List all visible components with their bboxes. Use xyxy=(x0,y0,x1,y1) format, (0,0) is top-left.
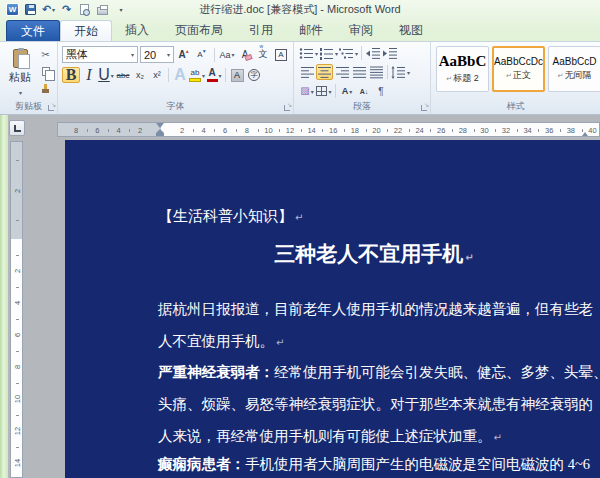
shading-button[interactable]: ▨▾ xyxy=(299,83,315,99)
font-name-combo[interactable]: 黑体▾ xyxy=(62,46,138,63)
tab-selector-button[interactable] xyxy=(9,120,25,136)
copy-button[interactable] xyxy=(37,64,54,79)
character-shading-button[interactable]: A xyxy=(229,67,245,83)
vertical-ruler[interactable]: 22468101214 xyxy=(10,141,23,478)
phonetic-guide-button[interactable]: 文 xyxy=(255,47,271,63)
distribute-button[interactable] xyxy=(368,64,384,80)
sort-button[interactable]: A↓ xyxy=(356,83,372,99)
ruler-tick xyxy=(87,129,88,132)
font-name-value: 黑体 xyxy=(66,47,88,62)
font-size-combo[interactable]: 20▾ xyxy=(140,46,174,63)
align-right-button[interactable] xyxy=(334,64,350,80)
numbering-button[interactable]: ▾ xyxy=(319,45,338,61)
format-painter-button[interactable] xyxy=(37,81,54,96)
subscript-button[interactable]: x₂ xyxy=(132,67,148,83)
underline-button[interactable]: U▾ xyxy=(98,67,114,83)
tab-view[interactable]: 视图 xyxy=(386,20,436,41)
increase-indent-button[interactable] xyxy=(382,45,398,61)
doc-line: 头痛、烦躁、易怒等神经衰弱症状。对于那些本来就患有神经衰弱的 xyxy=(158,395,593,414)
grow-font-button[interactable]: A▲ xyxy=(176,47,192,63)
horizontal-ruler[interactable]: 8642246810121416182022242628303234363840 xyxy=(57,122,600,137)
line-spacing-icon xyxy=(391,66,406,79)
paragraph-group: ▾ ▾ ▾ ▾ ▨▾ ▾ A▾ A↓ xyxy=(294,42,431,114)
shrink-font-button[interactable]: A▼ xyxy=(194,47,210,63)
character-border-button[interactable]: A xyxy=(273,47,289,63)
ruler-number: 4 xyxy=(114,126,124,135)
left-indent-marker[interactable] xyxy=(156,133,164,136)
align-center-button[interactable] xyxy=(316,64,333,80)
paragraph-dialog-launcher[interactable] xyxy=(421,105,427,111)
undo-button[interactable]: ↶▾ xyxy=(41,2,56,16)
tab-references[interactable]: 引用 xyxy=(236,20,286,41)
ruler-number: 34 xyxy=(523,126,533,135)
strikethrough-button[interactable]: abc xyxy=(115,67,131,83)
ruler-number: 2 xyxy=(177,126,187,135)
font-group-label: 字体 xyxy=(58,100,293,113)
ribbon-tab-row: 文件 开始 插入 页面布局 引用 邮件 审阅 视图 xyxy=(0,18,600,41)
highlight-button[interactable]: ab▾ xyxy=(189,67,205,83)
word-logo-button[interactable]: W xyxy=(5,2,20,16)
paste-button[interactable]: 粘贴 ▾ xyxy=(5,46,35,100)
superscript-button[interactable]: x² xyxy=(149,67,165,83)
phonetic-guide-icon: 文 xyxy=(259,48,268,61)
decrease-indent-button[interactable] xyxy=(365,45,381,61)
paragraph-mark-icon: ↵ xyxy=(558,72,564,79)
enclose-characters-button[interactable]: 字 xyxy=(246,67,262,83)
chevron-down-icon: ▾ xyxy=(52,6,55,13)
ruler-number: 26 xyxy=(436,126,446,135)
paragraph-row-3: ▨▾ ▾ A▾ A↓ ¶ xyxy=(299,83,389,99)
bold-button[interactable]: B xyxy=(62,67,80,83)
print-preview-button[interactable] xyxy=(77,2,92,16)
paragraph-mark-icon: ↵ xyxy=(276,337,284,348)
redo-button[interactable]: ↷ xyxy=(59,2,74,16)
doc-line: 【生活科普小知识】↵ xyxy=(158,207,303,226)
bullets-button[interactable]: ▾ xyxy=(299,45,318,61)
change-case-button[interactable]: Aa▾ xyxy=(219,47,235,63)
tab-mailings[interactable]: 邮件 xyxy=(286,20,336,41)
clear-formatting-button[interactable]: A xyxy=(237,47,253,63)
italic-button[interactable]: I xyxy=(81,67,97,83)
tab-home[interactable]: 开始 xyxy=(60,20,112,41)
cut-button[interactable]: ✂ xyxy=(37,47,54,62)
save-button[interactable] xyxy=(23,2,38,16)
document-workspace: 8642246810121416182022242628303234363840… xyxy=(8,115,600,478)
tab-file[interactable]: 文件 xyxy=(6,20,60,41)
show-marks-button[interactable]: ¶ xyxy=(373,83,389,99)
separator xyxy=(387,65,388,79)
font-size-value: 20 xyxy=(144,49,156,61)
font-dialog-launcher[interactable] xyxy=(284,105,290,111)
style-card-normal[interactable]: AaBbCcDc ↵正文 xyxy=(492,46,545,92)
multilevel-list-button[interactable]: ▾ xyxy=(339,45,358,61)
ruler-tick xyxy=(16,319,19,320)
borders-icon xyxy=(316,86,327,96)
chevron-down-icon: ▾ xyxy=(407,69,410,76)
style-card-no-spacing[interactable]: AaBbCcD ↵无间隔 xyxy=(548,46,600,92)
line-spacing-button[interactable]: ▾ xyxy=(391,64,410,80)
customize-qat-button[interactable]: ▾ xyxy=(113,2,128,16)
print-preview-icon xyxy=(80,4,89,15)
tab-insert[interactable]: 插入 xyxy=(112,20,162,41)
font-color-button[interactable]: A▾ xyxy=(206,67,222,83)
chevron-down-icon: ▾ xyxy=(311,88,314,95)
clipboard-dialog-launcher[interactable] xyxy=(48,105,54,111)
chevron-down-icon: ▾ xyxy=(202,72,205,79)
tab-review[interactable]: 审阅 xyxy=(336,20,386,41)
align-left-button[interactable] xyxy=(299,64,315,80)
change-case-icon: Aa xyxy=(219,50,230,60)
document-page[interactable]: 【生活科普小知识】↵ 三种老人不宜用手机↵ 据杭州日报报道，目前老年人使用手机的… xyxy=(65,140,600,478)
justify-button[interactable] xyxy=(351,64,367,80)
tab-page-layout[interactable]: 页面布局 xyxy=(162,20,236,41)
undo-icon: ↶ xyxy=(42,4,51,15)
text-effects-button[interactable]: A xyxy=(172,67,188,83)
ruler-tick xyxy=(560,129,561,132)
quick-print-button[interactable] xyxy=(95,2,110,16)
chevron-down-icon: ▾ xyxy=(19,90,22,96)
first-line-indent-marker[interactable] xyxy=(156,123,164,128)
ruler-number: 24 xyxy=(415,126,425,135)
style-card-heading2[interactable]: AaBbC ↵标题 2 xyxy=(436,46,489,92)
ruler-tick xyxy=(129,129,130,132)
borders-button[interactable]: ▾ xyxy=(316,83,332,99)
ruler-number: 8 xyxy=(13,361,23,374)
asian-layout-button[interactable]: A▾ xyxy=(339,83,355,99)
ruler-tick xyxy=(452,129,453,132)
